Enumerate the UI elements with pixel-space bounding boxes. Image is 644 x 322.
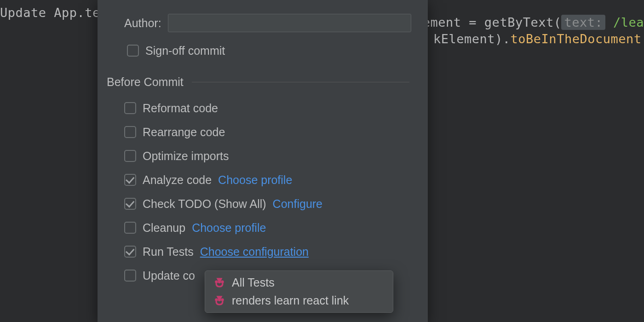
- tab-title: Update App.te: [0, 6, 100, 20]
- rearrange-checkbox[interactable]: [124, 126, 136, 138]
- config-item-label: All Tests: [232, 276, 275, 289]
- signoff-label: Sign-off commit: [145, 44, 225, 58]
- reformat-checkbox[interactable]: [124, 102, 136, 114]
- method-token: toBeInTheDocument: [511, 32, 642, 46]
- runtests-label: Run Tests: [143, 245, 194, 259]
- optimize-checkbox[interactable]: [124, 150, 136, 162]
- author-row: Author:: [98, 11, 428, 35]
- update-checkbox[interactable]: [124, 270, 136, 282]
- svg-point-5: [221, 298, 224, 301]
- code-line-2: kElement).toBeInTheDocument(): [402, 17, 644, 60]
- reformat-label: Reformat code: [143, 102, 218, 115]
- runtests-row: Run Tests Choose configuration: [98, 240, 428, 264]
- analyze-label: Analyze code: [143, 173, 212, 187]
- analyze-row: Analyze code Choose profile: [98, 168, 428, 192]
- run-configuration-popup: All Tests renders learn react link: [205, 270, 393, 313]
- rearrange-label: Rearrange code: [143, 126, 225, 139]
- code-text: kElement).: [433, 32, 511, 46]
- config-item-all-tests[interactable]: All Tests: [205, 274, 393, 292]
- runtests-choose-config-link[interactable]: Choose configuration: [200, 245, 309, 259]
- cleanup-checkbox[interactable]: [124, 222, 136, 234]
- cleanup-row: Cleanup Choose profile: [98, 216, 428, 240]
- svg-point-2: [221, 280, 224, 283]
- todo-label: Check TODO (Show All): [143, 197, 266, 211]
- todo-checkbox[interactable]: [124, 198, 136, 210]
- signoff-checkbox[interactable]: [127, 45, 139, 57]
- before-commit-header: Before Commit: [98, 63, 428, 96]
- config-item-label: renders learn react link: [232, 294, 349, 307]
- config-item-renders-learn-react-link[interactable]: renders learn react link: [205, 292, 393, 310]
- jest-icon: [213, 277, 225, 289]
- author-label: Author:: [124, 17, 161, 30]
- reformat-row: Reformat code: [98, 96, 428, 120]
- code-text: (): [641, 32, 644, 46]
- svg-point-0: [215, 280, 218, 283]
- runtests-checkbox[interactable]: [124, 246, 136, 258]
- svg-point-3: [215, 298, 218, 301]
- update-label: Update co: [143, 269, 195, 282]
- analyze-checkbox[interactable]: [124, 174, 136, 186]
- optimize-row: Optimize imports: [98, 144, 428, 168]
- cleanup-label: Cleanup: [143, 221, 185, 235]
- cleanup-profile-link[interactable]: Choose profile: [192, 221, 266, 235]
- rearrange-row: Rearrange code: [98, 120, 428, 144]
- signoff-row: Sign-off commit: [98, 39, 428, 63]
- author-input[interactable]: [168, 14, 411, 32]
- jest-icon: [213, 295, 225, 307]
- todo-configure-link[interactable]: Configure: [273, 197, 322, 211]
- section-title: Before Commit: [107, 75, 184, 89]
- optimize-label: Optimize imports: [143, 150, 229, 163]
- analyze-profile-link[interactable]: Choose profile: [218, 173, 292, 187]
- section-divider: [192, 82, 409, 82]
- todo-row: Check TODO (Show All) Configure: [98, 192, 428, 216]
